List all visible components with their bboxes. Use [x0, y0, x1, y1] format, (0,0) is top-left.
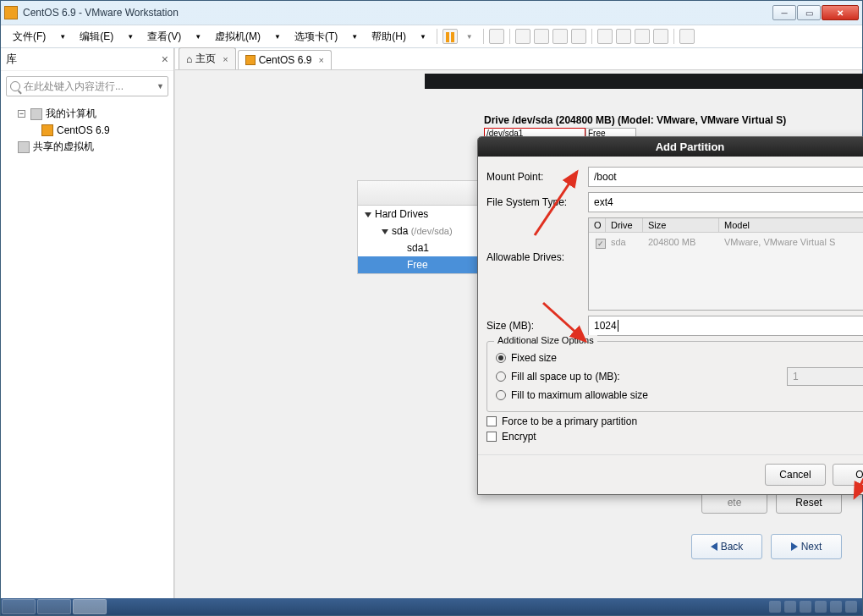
close-tab-icon[interactable]: × [318, 55, 323, 65]
close-button[interactable]: ✕ [822, 5, 859, 20]
add-partition-dialog: Add Partition Mount Point: /boot▾ File S… [477, 136, 863, 495]
next-button[interactable]: Next [771, 534, 842, 559]
vm-top-bar [425, 74, 863, 89]
dialog-title: Add Partition [478, 137, 863, 157]
toolbar-icon[interactable] [653, 29, 668, 44]
library-sidebar: 库 × 在此处键入内容进行... ▼ −我的计算机 CentOS 6.9 共享的… [1, 48, 174, 615]
drive-label: Drive /dev/sda (204800 MB) (Model: VMwar… [484, 114, 786, 126]
drive-row-sda[interactable]: ✓ sda 204800 MB VMware, VMware Virtual S [589, 233, 863, 255]
fieldset-legend: Additional Size Options [494, 335, 597, 345]
search-placeholder: 在此处键入内容进行... [24, 80, 124, 94]
additional-size-options: Additional Size Options Fixed size Fill … [486, 341, 863, 412]
menu-view[interactable]: 查看(V) [140, 26, 188, 47]
windows-taskbar[interactable] [1, 598, 862, 615]
checkbox-icon [486, 432, 497, 442]
col-drive: Drive [606, 218, 643, 232]
radio-icon [496, 390, 506, 400]
tab-centos[interactable]: CentOS 6.9× [238, 50, 332, 69]
vmware-window: CentOS 6.9 - VMware Workstation ─ ▭ ✕ 文件… [0, 0, 863, 616]
checkbox-encrypt[interactable]: Encrypt [486, 431, 863, 443]
tree-shared[interactable]: 共享的虚拟机 [1, 138, 173, 156]
taskbar-item[interactable] [37, 599, 71, 614]
taskbar-item[interactable] [73, 599, 107, 614]
radio-fill-up-to[interactable]: Fill all space up to (MB): 1▴▾ [496, 367, 863, 386]
toolbar-icon[interactable] [679, 29, 695, 44]
system-tray[interactable] [769, 601, 862, 613]
size-input[interactable]: 1024▴▾ [588, 316, 863, 336]
radio-icon [496, 353, 506, 363]
cancel-button[interactable]: Cancel [765, 464, 826, 486]
toolbar-icon[interactable] [515, 29, 530, 44]
titlebar[interactable]: CentOS 6.9 - VMware Workstation ─ ▭ ✕ [1, 1, 862, 25]
col-check: O [589, 218, 606, 232]
menubar: 文件(F)▼ 编辑(E)▼ 查看(V)▼ 虚拟机(M)▼ 选项卡(T)▼ 帮助(… [1, 25, 862, 48]
toolbar-icon[interactable] [489, 29, 504, 44]
library-tree: −我的计算机 CentOS 6.9 共享的虚拟机 [1, 102, 173, 159]
minimize-button[interactable]: ─ [772, 5, 796, 20]
search-input[interactable]: 在此处键入内容进行... ▼ [6, 76, 168, 96]
toolbar-icon[interactable] [552, 29, 568, 44]
tree-centos[interactable]: CentOS 6.9 [1, 123, 173, 138]
checkbox-icon[interactable]: ✓ [596, 239, 606, 249]
toolbar-icon[interactable] [635, 29, 650, 44]
window-title: CentOS 6.9 - VMware Workstation [23, 7, 772, 19]
arrow-right-icon [791, 542, 798, 551]
fs-type-label: File System Type: [486, 196, 588, 208]
main-area: ⌂ 主页× CentOS 6.9× Drive /dev/sda (204800… [174, 48, 862, 615]
close-tab-icon[interactable]: × [223, 54, 228, 64]
vm-display: Drive /dev/sda (204800 MB) (Model: VMwar… [175, 70, 862, 615]
taskbar-item[interactable] [2, 599, 36, 614]
toolbar-icon[interactable] [534, 29, 549, 44]
back-button[interactable]: Back [691, 534, 762, 559]
menu-tabs[interactable]: 选项卡(T) [288, 26, 344, 47]
fill-up-to-input: 1▴▾ [787, 367, 863, 386]
menu-edit[interactable]: 编辑(E) [73, 26, 120, 47]
arrow-left-icon [711, 542, 717, 551]
pause-button[interactable] [442, 29, 458, 44]
menu-help[interactable]: 帮助(H) [365, 26, 413, 47]
mount-point-input[interactable]: /boot▾ [588, 167, 863, 187]
tree-my-computer[interactable]: −我的计算机 [1, 105, 173, 123]
radio-icon [496, 371, 506, 382]
vmware-icon [4, 6, 18, 19]
mount-point-label: Mount Point: [486, 171, 588, 183]
radio-fill-max[interactable]: Fill to maximum allowable size [496, 389, 863, 401]
col-size: Size [643, 218, 719, 232]
size-label: Size (MB): [486, 320, 588, 332]
library-header: 库 [6, 52, 17, 67]
toolbar-icon[interactable] [616, 29, 631, 44]
ok-button[interactable]: OK [833, 464, 863, 486]
toolbar-icon[interactable] [571, 29, 586, 44]
chevron-down-icon[interactable]: ▼ [157, 82, 164, 91]
menu-vm[interactable]: 虚拟机(M) [208, 26, 267, 47]
fs-type-select[interactable]: ext4▴▾ [588, 192, 863, 212]
allowable-drives-list[interactable]: O Drive Size Model ✓ sda 204800 MB VMwar [588, 217, 863, 311]
close-library-icon[interactable]: × [162, 52, 168, 66]
search-icon [10, 81, 20, 91]
menu-file[interactable]: 文件(F) [6, 26, 52, 47]
tab-home[interactable]: ⌂ 主页× [179, 47, 236, 69]
tabs: ⌂ 主页× CentOS 6.9× [175, 48, 862, 70]
checkbox-icon [486, 416, 497, 426]
toolbar-icon[interactable] [597, 29, 613, 44]
checkbox-primary[interactable]: Force to be a primary partition [486, 415, 863, 427]
radio-fixed-size[interactable]: Fixed size [496, 352, 863, 364]
maximize-button[interactable]: ▭ [797, 5, 821, 20]
col-model: Model [719, 218, 863, 232]
allowable-drives-label: Allowable Drives: [486, 217, 588, 263]
